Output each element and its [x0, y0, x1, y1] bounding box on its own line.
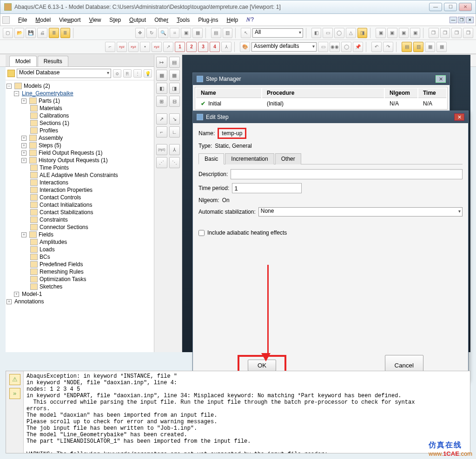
- pan-icon[interactable]: ✥: [135, 28, 145, 38]
- message-warn-icon[interactable]: ⚠: [9, 374, 20, 385]
- menu-file[interactable]: File: [14, 15, 31, 25]
- tool-a2-icon[interactable]: ▤: [169, 57, 180, 68]
- message-log[interactable]: AbaqusException: in keyword *INSTANCE, f…: [24, 371, 470, 453]
- db-tool1-icon[interactable]: ≎: [113, 69, 121, 78]
- tree-annotations[interactable]: Annotations: [14, 298, 44, 305]
- mdi-close-button[interactable]: ✕: [466, 17, 474, 23]
- tool-b1-icon[interactable]: ▦: [156, 70, 167, 81]
- database-combo[interactable]: Model Database: [17, 69, 111, 78]
- tree-item[interactable]: Contact Controls: [7, 194, 153, 201]
- csys-xyz1-icon[interactable]: xyz: [117, 42, 127, 52]
- tab-model[interactable]: Model: [9, 56, 37, 66]
- tool-h1-icon[interactable]: ⋰: [156, 157, 167, 168]
- tool-f1-icon[interactable]: ⌐: [156, 126, 167, 138]
- tool-e2-icon[interactable]: ↘: [169, 113, 180, 125]
- layers-icon[interactable]: ▦: [425, 42, 435, 52]
- tree-item[interactable]: Time Points: [7, 164, 153, 171]
- rotate-icon[interactable]: ↻: [146, 28, 157, 38]
- tree-item[interactable]: Amplitudes: [7, 238, 153, 246]
- shape-pin-icon[interactable]: 📌: [353, 42, 363, 52]
- menu-help[interactable]: Help: [223, 15, 242, 25]
- db-icon[interactable]: ≣: [49, 28, 59, 38]
- time-period-input[interactable]: [232, 183, 302, 193]
- num1-icon[interactable]: 1: [175, 42, 185, 52]
- tree-model-1[interactable]: Model-1: [22, 291, 42, 297]
- fit-icon[interactable]: ▣: [181, 28, 191, 38]
- expand-icon[interactable]: +: [21, 158, 26, 163]
- expand-icon[interactable]: −: [14, 91, 19, 96]
- tree-item[interactable]: Sections (1): [7, 119, 153, 127]
- redo-icon[interactable]: ↷: [383, 42, 393, 52]
- csys-tri-icon[interactable]: ⅄: [221, 42, 231, 52]
- tree-item[interactable]: +Fields: [7, 231, 153, 238]
- csys-xyz2-icon[interactable]: xyz: [128, 42, 139, 52]
- tree-item[interactable]: +History Output Requests (1): [7, 157, 153, 164]
- tree-item[interactable]: +Parts (1): [7, 97, 153, 105]
- undo-icon[interactable]: ↶: [371, 42, 382, 52]
- tool-b2-icon[interactable]: ▦: [169, 70, 180, 81]
- print-icon[interactable]: 🖨: [37, 28, 47, 38]
- tool-g2-icon[interactable]: ⅄: [169, 144, 180, 155]
- tool-c1-icon[interactable]: ◧: [156, 83, 167, 94]
- csys-l-icon[interactable]: ⌐: [105, 42, 115, 52]
- tree-item[interactable]: Interaction Properties: [7, 186, 153, 194]
- open-icon[interactable]: 📂: [14, 28, 25, 38]
- menu-viewport[interactable]: Viewport: [55, 15, 85, 25]
- mdi-restore-button[interactable]: ❐: [458, 17, 465, 23]
- tool-c2-icon[interactable]: ◨: [169, 83, 180, 94]
- tree-item[interactable]: ALE Adaptive Mesh Constraints: [7, 171, 153, 179]
- num4-icon[interactable]: 4: [210, 42, 220, 52]
- window-close-button[interactable]: ✕: [459, 3, 472, 11]
- menu-model[interactable]: Model: [32, 15, 54, 25]
- csys-dot-icon[interactable]: •: [140, 42, 150, 52]
- save-icon[interactable]: 💾: [26, 28, 36, 38]
- csys-xyz3-icon[interactable]: xyz: [152, 42, 162, 52]
- expand-icon[interactable]: −: [7, 84, 12, 89]
- tree-item[interactable]: Constraints: [7, 216, 153, 223]
- edit-step-close-button[interactable]: ✕: [454, 113, 464, 121]
- menu-other[interactable]: Other: [151, 15, 172, 25]
- tool-h2-icon[interactable]: ⋱: [169, 157, 180, 168]
- edit-step-titlebar[interactable]: Edit Step ✕: [193, 111, 468, 123]
- tree-item[interactable]: Connector Sections: [7, 223, 153, 231]
- iso3-icon[interactable]: ▣: [399, 28, 409, 38]
- annot2-icon[interactable]: ▥: [413, 42, 423, 52]
- description-input[interactable]: [231, 169, 463, 179]
- mdi-minimize-button[interactable]: —: [450, 17, 457, 23]
- tree-item[interactable]: Contact Initializations: [7, 201, 153, 209]
- select-arrow-icon[interactable]: ↖: [241, 28, 251, 38]
- tree-item[interactable]: BCs: [7, 253, 153, 261]
- shape-box-icon[interactable]: ▭: [318, 42, 328, 52]
- expand-icon[interactable]: +: [14, 292, 19, 297]
- window-maximize-button[interactable]: ☐: [444, 3, 457, 11]
- zoom-icon[interactable]: 🔍: [158, 28, 168, 38]
- tool-d1-icon[interactable]: ⊞: [156, 96, 167, 107]
- tree-item[interactable]: +Field Output Requests (1): [7, 149, 153, 157]
- palette-icon[interactable]: 🎨: [240, 42, 250, 52]
- tab-incrementation[interactable]: Incrementation: [225, 153, 274, 164]
- tab-other[interactable]: Other: [275, 153, 301, 164]
- num2-icon[interactable]: 2: [186, 42, 197, 52]
- menu-step[interactable]: Step: [106, 15, 125, 25]
- expand-icon[interactable]: +: [21, 98, 26, 104]
- iso4-icon[interactable]: ▣: [410, 28, 420, 38]
- cube2-icon[interactable]: ❒: [440, 28, 450, 38]
- annot1-icon[interactable]: ▤: [402, 42, 412, 52]
- grid1-icon[interactable]: ▤: [211, 28, 221, 38]
- csys-arrow-icon[interactable]: ↗: [163, 42, 173, 52]
- shape-group-icon[interactable]: ◉◉: [330, 42, 340, 52]
- iso1-icon[interactable]: ▣: [376, 28, 386, 38]
- tree-item[interactable]: Profiles: [7, 127, 153, 134]
- tab-basic[interactable]: Basic: [198, 153, 224, 164]
- window-minimize-button[interactable]: —: [429, 3, 442, 11]
- new-icon[interactable]: ▢: [3, 28, 13, 38]
- expand-icon[interactable]: +: [21, 143, 26, 148]
- shape-circ-icon[interactable]: ◯: [341, 42, 351, 52]
- zoom-box-icon[interactable]: ⌗: [170, 28, 180, 38]
- tree-item[interactable]: Predefined Fields: [7, 261, 153, 268]
- expand-icon[interactable]: +: [21, 232, 26, 237]
- menu-plugins[interactable]: Plug-ins: [194, 15, 222, 25]
- menu-tools[interactable]: Tools: [173, 15, 193, 25]
- db-tool2-icon[interactable]: ⎘: [123, 69, 132, 78]
- tool-f2-icon[interactable]: ∟: [169, 126, 180, 138]
